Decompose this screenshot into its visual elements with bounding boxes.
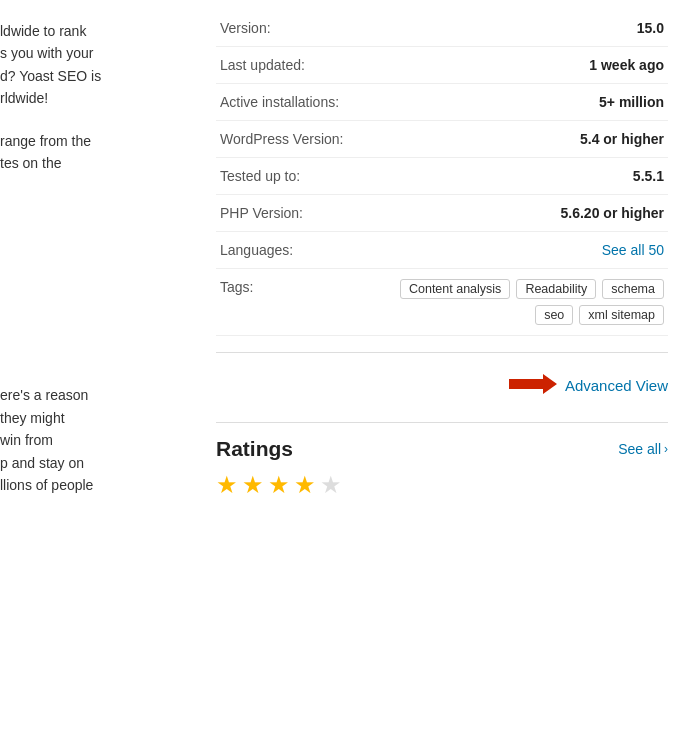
version-label: Version: bbox=[216, 10, 376, 47]
languages-link[interactable]: See all 50 bbox=[376, 232, 668, 269]
star-empty-icon: ★ bbox=[320, 471, 342, 499]
wp-version-label: WordPress Version: bbox=[216, 121, 376, 158]
star-filled-icon: ★ bbox=[294, 471, 316, 499]
last-updated-row: Last updated: 1 week ago bbox=[216, 47, 668, 84]
left-fragment-2: range from the tes on the bbox=[0, 130, 170, 175]
php-version-label: PHP Version: bbox=[216, 195, 376, 232]
ratings-header: Ratings See all › bbox=[216, 437, 668, 461]
ratings-section: Ratings See all › ★★★★★ bbox=[216, 437, 668, 499]
advanced-view-row: Advanced View bbox=[216, 367, 668, 412]
php-version-value: 5.6.20 or higher bbox=[376, 195, 668, 232]
active-installs-value: 5+ million bbox=[376, 84, 668, 121]
php-version-row: PHP Version: 5.6.20 or higher bbox=[216, 195, 668, 232]
left-column: ldwide to rank s you with your d? Yoast … bbox=[0, 0, 186, 731]
ratings-title: Ratings bbox=[216, 437, 293, 461]
right-arrow-icon bbox=[509, 373, 557, 398]
divider-2 bbox=[216, 422, 668, 423]
last-updated-label: Last updated: bbox=[216, 47, 376, 84]
tags-container: Content analysisReadabilityschemaseoxml … bbox=[380, 279, 664, 325]
tag-item[interactable]: Content analysis bbox=[400, 279, 510, 299]
chevron-right-icon: › bbox=[664, 442, 668, 456]
divider bbox=[216, 352, 668, 353]
left-fragment-3: ere's a reason they might win from p and… bbox=[0, 384, 170, 496]
stars-row: ★★★★★ bbox=[216, 471, 668, 499]
last-updated-value: 1 week ago bbox=[376, 47, 668, 84]
tested-row: Tested up to: 5.5.1 bbox=[216, 158, 668, 195]
tested-label: Tested up to: bbox=[216, 158, 376, 195]
plugin-info-table: Version: 15.0 Last updated: 1 week ago A… bbox=[216, 10, 668, 336]
version-value: 15.0 bbox=[376, 10, 668, 47]
version-row: Version: 15.0 bbox=[216, 10, 668, 47]
star-filled-icon: ★ bbox=[268, 471, 290, 499]
tag-item[interactable]: Readability bbox=[516, 279, 596, 299]
star-filled-icon: ★ bbox=[242, 471, 264, 499]
see-all-label: See all bbox=[618, 441, 661, 457]
tags-label: Tags: bbox=[216, 269, 376, 336]
left-fragment-1: ldwide to rank s you with your d? Yoast … bbox=[0, 20, 170, 110]
active-installs-label: Active installations: bbox=[216, 84, 376, 121]
svg-marker-0 bbox=[509, 374, 557, 394]
active-installs-row: Active installations: 5+ million bbox=[216, 84, 668, 121]
tags-container-cell: Content analysisReadabilityschemaseoxml … bbox=[376, 269, 668, 336]
ratings-see-all-link[interactable]: See all › bbox=[618, 441, 668, 457]
tag-item[interactable]: schema bbox=[602, 279, 664, 299]
tags-row: Tags: Content analysisReadabilityschemas… bbox=[216, 269, 668, 336]
tested-value: 5.5.1 bbox=[376, 158, 668, 195]
star-filled-icon: ★ bbox=[216, 471, 238, 499]
languages-row: Languages: See all 50 bbox=[216, 232, 668, 269]
languages-label: Languages: bbox=[216, 232, 376, 269]
wp-version-row: WordPress Version: 5.4 or higher bbox=[216, 121, 668, 158]
right-column: Version: 15.0 Last updated: 1 week ago A… bbox=[186, 0, 688, 731]
advanced-view-link[interactable]: Advanced View bbox=[565, 377, 668, 394]
wp-version-value: 5.4 or higher bbox=[376, 121, 668, 158]
tag-item[interactable]: xml sitemap bbox=[579, 305, 664, 325]
tag-item[interactable]: seo bbox=[535, 305, 573, 325]
